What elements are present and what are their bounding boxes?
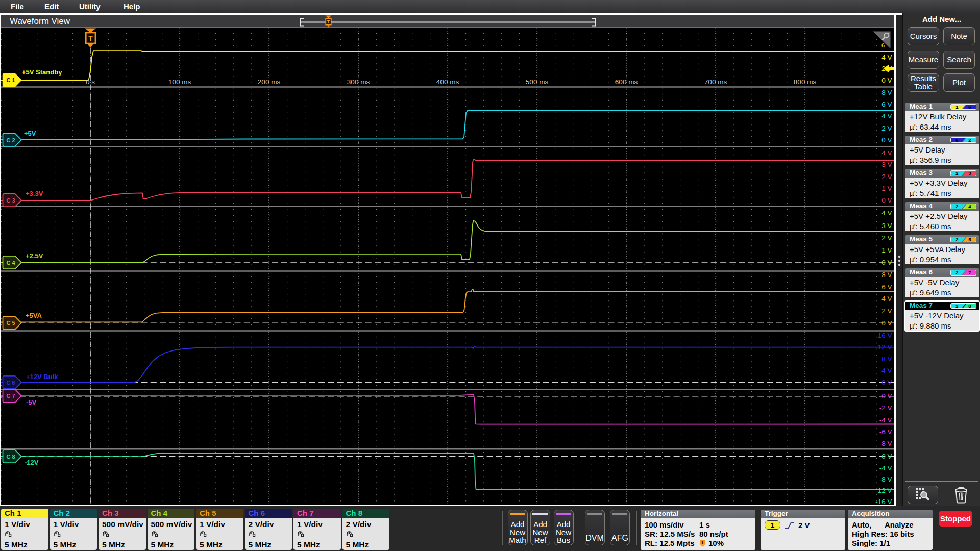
svg-text:4 V: 4 V (881, 209, 892, 217)
svg-text:2: 2 (955, 204, 958, 209)
svg-text:5: 5 (968, 237, 971, 242)
svg-text:C 6: C 6 (6, 379, 15, 385)
svg-text:2: 2 (955, 237, 958, 242)
svg-text:6: 6 (968, 104, 971, 110)
svg-text:0 V: 0 V (881, 392, 892, 399)
svg-text:+5VA: +5VA (26, 312, 42, 319)
svg-text:700 ms: 700 ms (704, 78, 727, 85)
svg-text:0 V: 0 V (881, 259, 892, 266)
svg-text:C 5: C 5 (6, 320, 15, 326)
svg-text:0 V: 0 V (881, 379, 892, 386)
svg-text:T: T (327, 19, 330, 24)
svg-text:C 7: C 7 (6, 393, 15, 399)
svg-text:100 ms: 100 ms (168, 78, 191, 85)
svg-text:-5V: -5V (26, 398, 37, 406)
svg-text:2: 2 (968, 137, 971, 143)
svg-text:4 V: 4 V (881, 295, 892, 303)
svg-text:0 V: 0 V (881, 76, 892, 84)
svg-text:300 ms: 300 ms (347, 78, 370, 85)
svg-text:2: 2 (955, 270, 958, 276)
svg-text:6: 6 (955, 137, 958, 143)
svg-text:400 ms: 400 ms (436, 78, 459, 85)
svg-text:-12 V: -12 V (875, 486, 892, 494)
svg-text:4 V: 4 V (881, 367, 892, 374)
svg-text:8 V: 8 V (881, 88, 892, 96)
svg-text:-16 V: -16 V (875, 497, 892, 504)
svg-text:1: 1 (955, 104, 959, 110)
svg-text:3: 3 (968, 170, 971, 176)
svg-text:1 V: 1 V (881, 246, 892, 254)
svg-text:+5V Standby: +5V Standby (22, 68, 62, 76)
svg-text:2 V: 2 V (881, 172, 892, 180)
svg-text:-8 V: -8 V (879, 475, 892, 483)
svg-text:600 ms: 600 ms (615, 78, 638, 85)
svg-text:-6 V: -6 V (879, 428, 892, 436)
svg-text:16 V: 16 V (878, 332, 892, 339)
svg-text:3 V: 3 V (881, 221, 892, 229)
svg-text:C 8: C 8 (6, 453, 15, 459)
svg-text:-4 V: -4 V (879, 416, 892, 423)
svg-text:6 V: 6 V (881, 101, 892, 108)
svg-text:+5V: +5V (24, 130, 36, 137)
svg-text:-8 V: -8 V (879, 440, 892, 447)
svg-text:8 V: 8 V (881, 271, 892, 279)
svg-text:500 ms: 500 ms (526, 78, 549, 85)
svg-text:4 V: 4 V (881, 54, 892, 61)
svg-text:800 ms: 800 ms (794, 78, 817, 85)
svg-text:7: 7 (968, 270, 971, 276)
svg-text:4 V: 4 V (881, 149, 892, 157)
svg-text:2: 2 (955, 170, 958, 176)
svg-text:0 V: 0 V (881, 196, 892, 204)
svg-text:2 V: 2 V (881, 124, 892, 132)
svg-text:+3.3V: +3.3V (26, 189, 43, 197)
svg-text:2 V: 2 V (881, 234, 892, 241)
svg-text:T: T (701, 540, 704, 545)
svg-text:2 V: 2 V (881, 307, 892, 315)
svg-text:+12V Bulk: +12V Bulk (26, 372, 58, 380)
svg-text:8 V: 8 V (881, 355, 892, 363)
svg-text:0 s: 0 s (86, 78, 95, 85)
svg-text:C 2: C 2 (6, 137, 15, 143)
svg-text:T: T (88, 34, 93, 42)
svg-text:4: 4 (968, 204, 971, 209)
svg-text:+2.5V: +2.5V (26, 252, 43, 259)
svg-text:0 V: 0 V (881, 136, 892, 144)
svg-text:-4 V: -4 V (879, 464, 892, 471)
svg-text:8: 8 (968, 303, 971, 309)
svg-text:-2 V: -2 V (879, 404, 892, 412)
svg-text:200 ms: 200 ms (258, 78, 281, 85)
svg-text:4 V: 4 V (881, 112, 892, 120)
svg-text:C 1: C 1 (6, 77, 15, 83)
svg-text:2: 2 (955, 303, 958, 309)
svg-text:C 4: C 4 (6, 259, 15, 265)
svg-text:C 3: C 3 (6, 197, 15, 203)
svg-text:6: 6 (881, 42, 885, 48)
svg-text:-12V: -12V (24, 459, 39, 466)
svg-text:0 V: 0 V (881, 319, 892, 327)
svg-text:3 V: 3 V (881, 161, 892, 168)
svg-text:6 V: 6 V (881, 283, 892, 290)
svg-text:1 V: 1 V (881, 185, 892, 192)
svg-text:0 V: 0 V (881, 453, 892, 460)
